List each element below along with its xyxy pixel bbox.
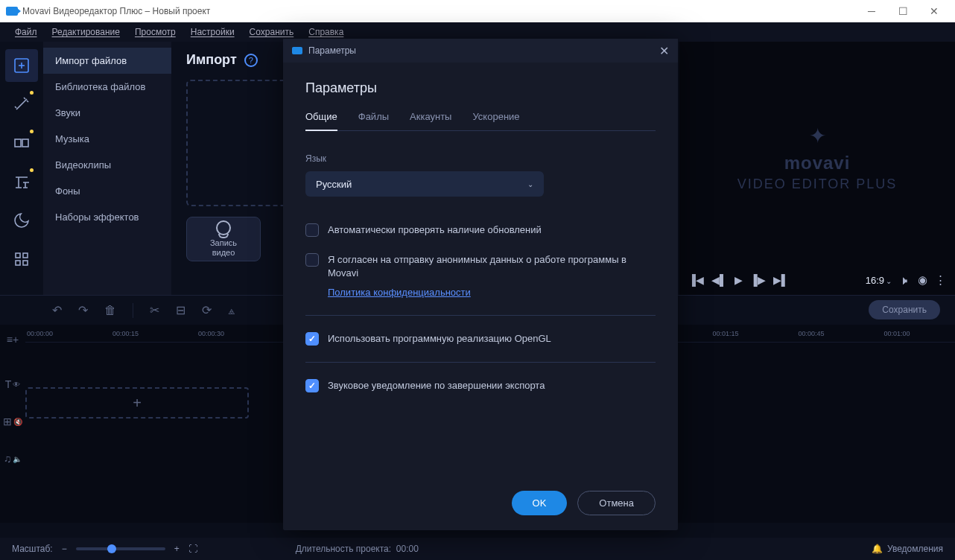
menu-settings[interactable]: Настройки — [183, 24, 242, 40]
help-icon[interactable]: ? — [244, 54, 258, 67]
add-track-icon[interactable]: ≡+ — [4, 328, 22, 351]
checkbox-opengl[interactable] — [305, 332, 319, 346]
zoom-in-icon[interactable]: + — [174, 544, 180, 554]
tool-import[interactable] — [5, 49, 38, 82]
svg-rect-3 — [15, 139, 21, 147]
cancel-button[interactable]: Отмена — [577, 491, 656, 515]
checkbox-analytics[interactable] — [305, 253, 319, 267]
sidebar-item-music[interactable]: Музыка — [43, 126, 171, 152]
zoom-slider[interactable] — [76, 547, 165, 550]
time-mark: 00:00:45 — [798, 330, 824, 337]
preview-panel: ✦ movavi Video Editor Plus ▐◀ ◀▌ ▶ ▐▶ ▶▌… — [679, 42, 955, 295]
redo-icon[interactable]: ↷ — [78, 303, 88, 317]
sidebar-item-backgrounds[interactable]: Фоны — [43, 178, 171, 204]
skip-fwd-icon[interactable]: ▶▌ — [773, 274, 789, 286]
svg-rect-8 — [23, 261, 28, 265]
close-button[interactable]: ✕ — [919, 2, 949, 20]
step-fwd-icon[interactable]: ▐▶ — [750, 274, 766, 286]
tool-transitions[interactable] — [5, 127, 38, 159]
time-mark: 00:01:00 — [883, 330, 910, 337]
import-icon — [13, 57, 31, 74]
svg-rect-4 — [22, 139, 28, 147]
svg-rect-5 — [16, 253, 20, 258]
more-icon[interactable]: ⋮ — [935, 273, 946, 287]
product-name: Video Editor Plus — [679, 176, 955, 192]
language-value: Русский — [316, 179, 352, 190]
aspect-ratio[interactable]: 16:9⌄ — [866, 275, 892, 286]
svg-rect-7 — [16, 261, 20, 265]
privacy-policy-link[interactable]: Политика конфиденциальности — [328, 287, 471, 298]
ok-button[interactable]: OK — [512, 491, 568, 515]
crop-icon[interactable]: ⟁ — [228, 304, 235, 317]
tab-acceleration[interactable]: Ускорение — [472, 111, 519, 130]
snapshot-icon[interactable]: ◉ — [918, 273, 927, 287]
sidebar-item-sounds[interactable]: Звуки — [43, 100, 171, 126]
grid-icon — [13, 250, 31, 268]
checkbox-updates-label: Автоматически проверять наличие обновлен… — [328, 223, 542, 237]
skip-back-icon[interactable]: ▐◀ — [688, 274, 704, 286]
track-type-audio[interactable]: ♫ 🔈 — [1, 447, 25, 471]
sidebar-item-import[interactable]: Импорт файлов — [43, 48, 171, 74]
zoom-label: Масштаб: — [12, 544, 53, 554]
track-type-video[interactable]: ⊞ 🔇 — [0, 410, 25, 433]
checkbox-updates[interactable] — [305, 223, 319, 237]
save-button[interactable]: Сохранить — [869, 300, 940, 319]
menu-edit[interactable]: Редактирование — [45, 24, 127, 40]
checkbox-analytics-label: Я согласен на отправку анонимных данных … — [328, 253, 656, 280]
split-icon[interactable]: ⊟ — [176, 303, 185, 317]
rotate-icon[interactable]: ⟳ — [202, 303, 212, 317]
volume-icon[interactable]: 🕨 — [899, 274, 910, 287]
add-clip-placeholder[interactable]: + — [25, 387, 249, 419]
zoom-fit-icon[interactable]: ⛶ — [188, 544, 197, 554]
menu-save[interactable]: Сохранить — [242, 24, 302, 40]
notifications-button[interactable]: 🔔 Уведомления — [872, 544, 943, 554]
record-video-button[interactable]: Запись видео — [186, 217, 261, 261]
menu-file[interactable]: Файл — [7, 24, 45, 40]
text-icon — [13, 173, 31, 191]
delete-icon[interactable]: 🗑 — [104, 304, 116, 317]
dialog-app-icon — [292, 47, 302, 54]
menu-help[interactable]: Справка — [301, 24, 351, 40]
step-back-icon[interactable]: ◀▌ — [711, 274, 727, 286]
wand-icon — [13, 95, 31, 113]
time-mark: 00:00:00 — [27, 330, 53, 337]
dialog-title: Параметры — [308, 45, 653, 56]
preview-watermark: ✦ movavi Video Editor Plus — [679, 124, 955, 192]
minimize-button[interactable]: ─ — [857, 2, 886, 20]
tab-accounts[interactable]: Аккаунты — [410, 111, 451, 130]
time-mark: 00:01:15 — [712, 330, 738, 337]
tab-files[interactable]: Файлы — [358, 111, 389, 130]
checkbox-export-sound[interactable] — [305, 379, 319, 392]
tab-general[interactable]: Общие — [305, 111, 337, 131]
chevron-down-icon: ⌄ — [527, 180, 533, 188]
import-title: Импорт — [186, 52, 237, 68]
sidebar-item-videos[interactable]: Видеоклипы — [43, 152, 171, 178]
checkbox-opengl-label: Использовать программную реализацию Open… — [328, 332, 551, 346]
category-sidebar: Импорт файлов Библиотека файлов Звуки Му… — [43, 42, 171, 295]
menu-view[interactable]: Просмотр — [127, 24, 183, 40]
tool-titles[interactable] — [5, 165, 38, 198]
maximize-button[interactable]: ☐ — [888, 2, 918, 20]
duration-label: Длительность проекта: 00:00 — [296, 544, 419, 554]
track-type-text[interactable]: T 👁 — [2, 372, 24, 396]
dialog-titlebar[interactable]: Параметры ✕ — [283, 39, 678, 63]
tool-stickers[interactable] — [5, 204, 38, 237]
transition-icon — [13, 134, 31, 152]
sidebar-item-effects[interactable]: Наборы эффектов — [43, 204, 171, 230]
undo-icon[interactable]: ↶ — [52, 303, 62, 317]
play-icon[interactable]: ▶ — [735, 274, 743, 286]
svg-rect-6 — [23, 253, 28, 258]
language-select[interactable]: Русский ⌄ — [305, 171, 544, 197]
tool-filters[interactable] — [5, 88, 38, 121]
checkbox-export-sound-label: Звуковое уведомление по завершении экспо… — [328, 379, 545, 392]
sidebar-item-library[interactable]: Библиотека файлов — [43, 74, 171, 100]
statusbar: Масштаб: − + ⛶ Длительность проекта: 00:… — [0, 538, 955, 560]
zoom-out-icon[interactable]: − — [62, 544, 67, 554]
language-label: Язык — [305, 153, 656, 164]
cut-icon[interactable]: ✂ — [150, 303, 159, 317]
dialog-close-button[interactable]: ✕ — [659, 44, 669, 58]
time-mark: 00:00:30 — [198, 330, 224, 337]
webcam-icon — [216, 220, 231, 235]
titlebar: Movavi Видеоредактор Плюс – Новый проект… — [0, 0, 955, 22]
tool-more[interactable] — [5, 243, 38, 276]
